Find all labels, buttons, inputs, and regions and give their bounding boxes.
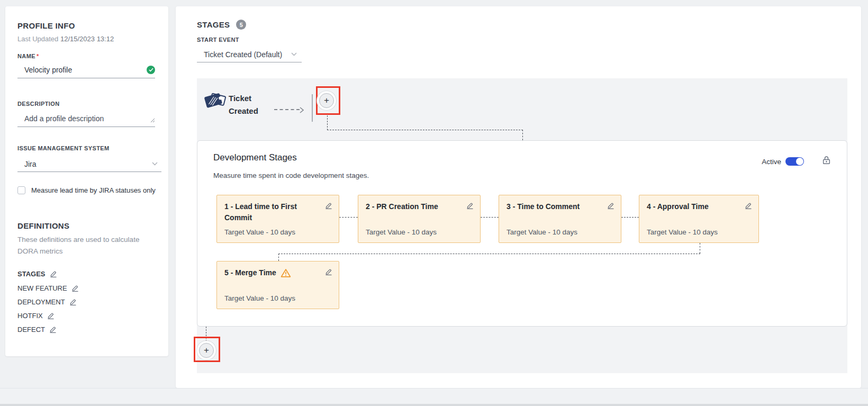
jira-statuses-checkbox[interactable] [17,186,25,194]
name-input[interactable] [17,66,147,74]
edit-icon[interactable] [607,202,614,209]
stage-title: 4 - Approval Time [647,201,709,212]
stages-count-badge: 5 [236,20,246,30]
connector-line [522,130,523,140]
warning-icon [281,268,291,280]
jira-statuses-label: Measure lead time by JIRA statuses only [31,186,156,194]
description-label: DESCRIPTION [17,101,60,107]
jira-statuses-checkbox-row: Measure lead time by JIRA statuses only [17,186,156,194]
page-bottom-edge [0,404,868,406]
stages-title: STAGES [197,20,230,29]
start-event-label: START EVENT [197,37,239,43]
active-toggle[interactable] [785,157,804,166]
toggle-knob [796,158,803,165]
description-input[interactable] [17,114,155,123]
dev-stages-title: Development Stages [213,152,297,163]
ims-value: Jira [17,160,37,168]
stage-target: Target Value - 10 days [647,228,718,236]
stage-title: 2 - PR Creation Time [366,201,438,212]
start-event-select[interactable]: Ticket Created (Default) [197,47,302,62]
resize-handle-icon[interactable] [150,115,155,125]
definition-item-hotfix: HOTFIX [17,309,55,322]
definition-item-stages: STAGES [17,267,57,281]
connector-line [278,254,700,254]
stage-card-5: 5 - Merge Time Target Value - 10 days [216,261,339,309]
last-updated-label: Last Updated [17,35,58,43]
stage-card-4: 4 - Approval Time Target Value - 10 days [639,195,759,243]
edit-icon[interactable] [69,299,77,305]
stage-card-2: 2 - PR Creation Time Target Value - 10 d… [358,195,481,243]
stage-title: 3 - Time to Comment [507,201,580,212]
profile-info-title: PROFILE INFO [17,21,75,30]
definitions-subtitle: These definitions are used to calculate … [17,234,151,257]
stage-target: Target Value - 10 days [507,228,577,236]
stage-target: Target Value - 10 days [224,228,295,236]
definition-item-new-feature: NEW FEATURE [17,281,79,295]
edit-icon[interactable] [466,202,474,209]
workflow-canvas: Ticket Created + Development Stages Meas… [197,78,847,373]
add-stage-button-top[interactable]: + [319,93,334,108]
edit-icon[interactable] [49,326,57,333]
name-label: NAME* [17,53,39,59]
last-updated: Last Updated 12/15/2023 13:12 [17,35,114,43]
stage-card-1: 1 - Lead time to First Commit Target Val… [216,195,339,243]
add-stage-button-bottom[interactable]: + [199,343,214,358]
stage-target: Target Value - 10 days [366,228,437,236]
page: PROFILE INFO Last Updated 12/15/2023 13:… [0,0,868,406]
connector-line [621,217,639,218]
definition-item-deployment: DEPLOYMENT [17,295,77,309]
ims-select[interactable]: Jira [17,157,161,172]
last-updated-value: 12/15/2023 13:12 [60,35,114,43]
stages-panel: STAGES 5 START EVENT Ticket Created (Def… [176,6,861,388]
chevron-down-icon [291,52,296,58]
lock-icon[interactable] [822,156,831,167]
edit-icon[interactable] [47,312,55,319]
edit-icon[interactable] [50,270,57,277]
start-event-value: Ticket Created (Default) [204,50,282,59]
connector-line [327,130,523,130]
edit-icon[interactable] [325,202,332,209]
connector-line [481,217,499,218]
stage-title: 5 - Merge Time [224,267,276,278]
definitions-title: DEFINITIONS [17,221,69,230]
stage-title: 1 - Lead time to First Commit [224,201,321,223]
name-field-row [17,61,155,78]
required-asterisk: * [37,53,39,59]
development-stages-card: Development Stages Measure time spent in… [197,140,847,327]
profile-info-panel: PROFILE INFO Last Updated 12/15/2023 13:… [5,6,168,356]
description-field-row [17,110,155,127]
stages-header: STAGES 5 [197,20,246,30]
edit-icon[interactable] [745,202,752,209]
insert-indicator-line [312,94,313,122]
stage-target: Target Value - 10 days [224,294,295,302]
valid-check-icon [147,66,155,74]
ticket-icon [203,87,227,114]
connector-line [339,217,358,218]
dev-stages-subtitle: Measure time spent in code development s… [213,172,369,179]
ims-label: ISSUE MANAGEMENT SYSTEM [17,145,110,151]
dev-stages-controls: Active [762,156,831,167]
edit-icon[interactable] [325,268,332,275]
connector-line [327,115,328,130]
ticket-created-node[interactable]: Ticket Created [229,92,258,118]
arrowhead-icon [300,106,304,115]
edit-icon[interactable] [71,285,79,292]
definition-item-defect: DEFECT [17,322,57,336]
connector-arrow [274,109,300,110]
active-label: Active [762,158,781,166]
stage-card-3: 3 - Time to Comment Target Value - 10 da… [499,195,621,243]
connector-line [700,243,700,254]
chevron-down-icon [152,162,157,167]
connector-line [278,254,279,261]
